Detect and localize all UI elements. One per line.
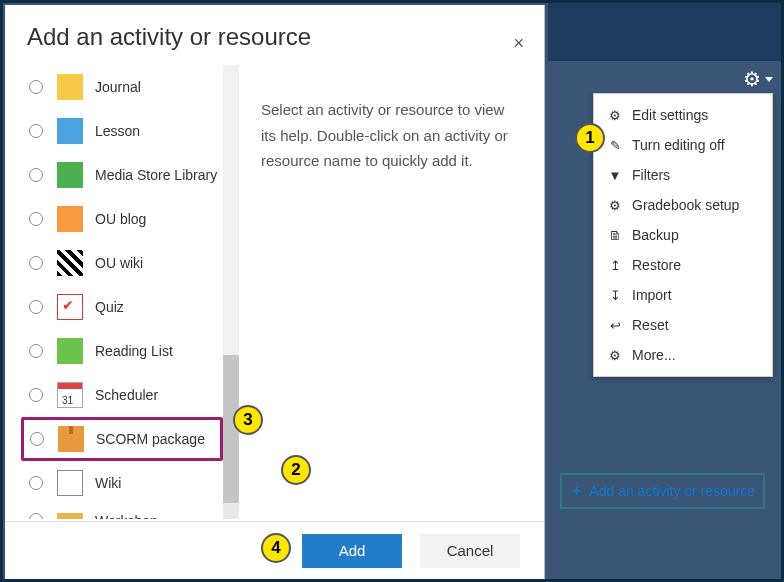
menu-item-label: Reset xyxy=(632,317,669,333)
activity-label: Wiki xyxy=(95,475,121,491)
activity-list: Journal Lesson Media Store Library OU bl… xyxy=(21,65,223,519)
help-panel: Select an activity or resource to view i… xyxy=(239,65,538,519)
ou-blog-icon xyxy=(57,206,83,232)
gear-icon: ⚙ xyxy=(743,67,761,91)
radio-button[interactable] xyxy=(29,80,43,94)
plus-icon: + xyxy=(572,482,581,500)
activity-item-journal[interactable]: Journal xyxy=(21,65,223,109)
workshop-icon xyxy=(57,513,83,519)
add-activity-dialog: Add an activity or resource × Journal Le… xyxy=(5,5,545,579)
dialog-body: Journal Lesson Media Store Library OU bl… xyxy=(21,65,538,519)
activity-label: Lesson xyxy=(95,123,140,139)
file-icon: 🗎 xyxy=(608,228,622,243)
radio-button[interactable] xyxy=(29,256,43,270)
radio-button[interactable] xyxy=(29,168,43,182)
activity-label: OU blog xyxy=(95,211,146,227)
activity-label: Media Store Library xyxy=(95,167,217,183)
settings-gear-button[interactable]: ⚙ xyxy=(743,67,773,91)
callout-4: 4 xyxy=(261,533,291,563)
left-arrow-icon: ↩ xyxy=(608,318,622,333)
activity-item-media-store[interactable]: Media Store Library xyxy=(21,153,223,197)
scrollbar-track[interactable] xyxy=(223,65,239,519)
callout-2: 2 xyxy=(281,455,311,485)
menu-item-label: Edit settings xyxy=(632,107,708,123)
scrollbar-corner xyxy=(223,503,239,519)
scorm-icon xyxy=(58,426,84,452)
activity-item-quiz[interactable]: Quiz xyxy=(21,285,223,329)
radio-button[interactable] xyxy=(29,476,43,490)
activity-item-ou-blog[interactable]: OU blog xyxy=(21,197,223,241)
activity-list-panel: Journal Lesson Media Store Library OU bl… xyxy=(21,65,239,519)
cancel-button[interactable]: Cancel xyxy=(420,534,520,568)
page-banner xyxy=(548,3,781,61)
menu-item-gradebook-setup[interactable]: ⚙ Gradebook setup xyxy=(594,190,772,220)
lesson-icon xyxy=(57,118,83,144)
activity-item-lesson[interactable]: Lesson xyxy=(21,109,223,153)
radio-button[interactable] xyxy=(29,388,43,402)
button-label: Add xyxy=(339,542,366,559)
caret-down-icon xyxy=(765,77,773,82)
activity-label: Quiz xyxy=(95,299,124,315)
add-activity-link[interactable]: + Add an activity or resource xyxy=(560,473,765,509)
scheduler-icon xyxy=(57,382,83,408)
radio-button[interactable] xyxy=(29,300,43,314)
journal-icon xyxy=(57,74,83,100)
down-arrow-icon: ↧ xyxy=(608,288,622,303)
callout-1: 1 xyxy=(575,123,605,153)
menu-item-edit-settings[interactable]: ⚙ Edit settings xyxy=(594,100,772,130)
menu-item-label: Restore xyxy=(632,257,681,273)
radio-button[interactable] xyxy=(29,212,43,226)
gear-icon: ⚙ xyxy=(608,108,622,123)
menu-item-backup[interactable]: 🗎 Backup xyxy=(594,220,772,250)
up-arrow-icon: ↥ xyxy=(608,258,622,273)
settings-menu: ⚙ Edit settings ✎ Turn editing off ▼ Fil… xyxy=(593,93,773,377)
callout-3: 3 xyxy=(233,405,263,435)
menu-item-more[interactable]: ⚙ More... xyxy=(594,340,772,370)
activity-label: Journal xyxy=(95,79,141,95)
menu-item-label: Backup xyxy=(632,227,679,243)
pencil-icon: ✎ xyxy=(608,138,622,153)
add-activity-link-label: Add an activity or resource xyxy=(589,483,755,499)
gear-icon: ⚙ xyxy=(608,348,622,363)
menu-item-label: Turn editing off xyxy=(632,137,725,153)
menu-item-label: Gradebook setup xyxy=(632,197,739,213)
activity-item-wiki[interactable]: Wiki xyxy=(21,461,223,505)
dialog-title: Add an activity or resource xyxy=(5,5,544,51)
activity-label: OU wiki xyxy=(95,255,143,271)
activity-item-scorm-package[interactable]: SCORM package xyxy=(21,417,223,461)
menu-item-label: Import xyxy=(632,287,672,303)
radio-button[interactable] xyxy=(29,513,43,519)
menu-item-restore[interactable]: ↥ Restore xyxy=(594,250,772,280)
radio-button[interactable] xyxy=(30,432,44,446)
activity-item-scheduler[interactable]: Scheduler xyxy=(21,373,223,417)
menu-item-filters[interactable]: ▼ Filters xyxy=(594,160,772,190)
menu-item-label: Filters xyxy=(632,167,670,183)
help-text: Select an activity or resource to view i… xyxy=(261,97,522,174)
close-button[interactable]: × xyxy=(513,33,524,54)
activity-label: Scheduler xyxy=(95,387,158,403)
filter-icon: ▼ xyxy=(608,168,622,183)
gear-icon: ⚙ xyxy=(608,198,622,213)
activity-label: SCORM package xyxy=(96,431,205,447)
ou-wiki-icon xyxy=(57,250,83,276)
activity-item-reading-list[interactable]: Reading List xyxy=(21,329,223,373)
activity-item-ou-wiki[interactable]: OU wiki xyxy=(21,241,223,285)
media-store-icon xyxy=(57,162,83,188)
activity-item-workshop[interactable]: Workshop xyxy=(21,505,223,519)
menu-item-reset[interactable]: ↩ Reset xyxy=(594,310,772,340)
activity-label: Reading List xyxy=(95,343,173,359)
add-button[interactable]: Add xyxy=(302,534,402,568)
menu-item-import[interactable]: ↧ Import xyxy=(594,280,772,310)
menu-item-label: More... xyxy=(632,347,676,363)
activity-label: Workshop xyxy=(95,513,158,519)
quiz-icon xyxy=(57,294,83,320)
menu-item-turn-editing-off[interactable]: ✎ Turn editing off xyxy=(594,130,772,160)
reading-list-icon xyxy=(57,338,83,364)
wiki-icon xyxy=(57,470,83,496)
radio-button[interactable] xyxy=(29,344,43,358)
button-label: Cancel xyxy=(447,542,494,559)
close-icon: × xyxy=(513,33,524,53)
radio-button[interactable] xyxy=(29,124,43,138)
